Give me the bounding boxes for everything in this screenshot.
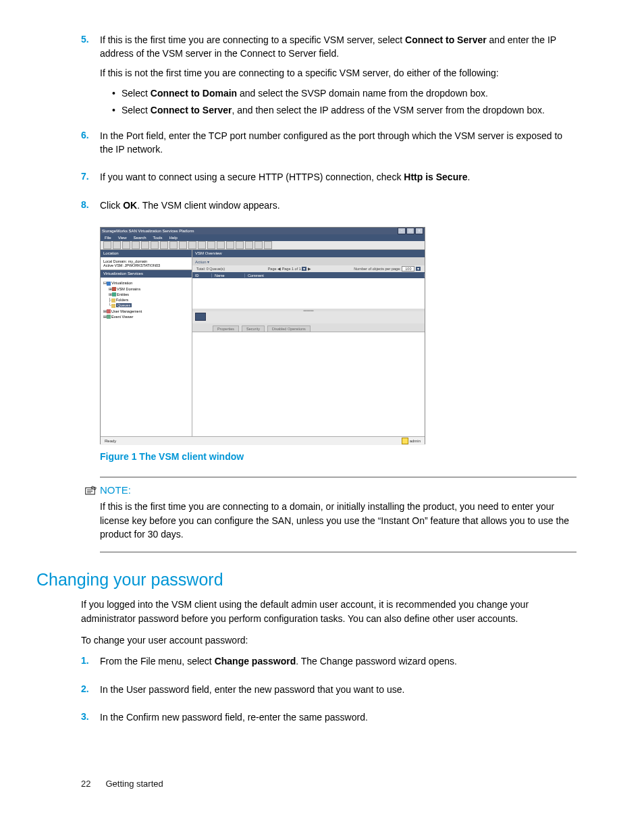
bullet-item: Select Connect to Domain and select the …	[112, 87, 576, 101]
toolbar-icon[interactable]	[122, 241, 130, 249]
chapter-name: Getting started	[105, 779, 163, 789]
step-body: From the File menu, select Change passwo…	[100, 655, 576, 675]
step-number: 7.	[81, 171, 100, 182]
note-block: NOTE: If this is the first time you are …	[100, 477, 576, 552]
note-icon	[85, 486, 97, 495]
toolbar-icon[interactable]	[132, 241, 140, 249]
toolbar-icon[interactable]	[217, 241, 225, 249]
menu-item[interactable]: Tools	[153, 236, 163, 240]
menu-item[interactable]: Search	[134, 236, 146, 240]
menu-item[interactable]: Help	[169, 236, 178, 240]
tree-selected[interactable]: Queues	[116, 303, 132, 307]
menubar[interactable]: FileViewSearchToolsHelp	[101, 234, 425, 241]
step-body: In the Confirm new password field, re-en…	[100, 711, 576, 731]
nav-tree[interactable]: ⊟Virtualization ⊞VSM Domains ⊞Entities ├…	[101, 278, 192, 436]
toolbar-icon[interactable]	[103, 241, 111, 249]
step-body: If you want to connect using a secure HT…	[100, 171, 576, 191]
close-icon[interactable]: x	[415, 228, 423, 234]
maximize-icon[interactable]: □	[406, 228, 414, 234]
note-label: NOTE:	[100, 484, 131, 496]
total-count: Total: 0 Queue(s)	[196, 267, 225, 271]
section-heading: Changing your password	[36, 570, 576, 590]
toolbar[interactable]	[101, 241, 425, 250]
toolbar-icon[interactable]	[198, 241, 206, 249]
toolbar-icon[interactable]	[264, 241, 272, 249]
tab-disabled-ops[interactable]: Disabled Operations	[267, 325, 311, 332]
step-item: 5.If this is the first time you are conn…	[81, 34, 576, 122]
toolbar-icon[interactable]	[236, 241, 244, 249]
minimize-icon[interactable]: -	[398, 228, 406, 234]
detail-body	[192, 332, 425, 436]
location-panel: Local Domain: my_domain Active VSM: JPWO…	[101, 257, 192, 270]
toolbar-icon[interactable]	[254, 241, 263, 249]
menu-item[interactable]: File	[105, 236, 111, 240]
step-list-a: 5.If this is the first time you are conn…	[81, 34, 576, 219]
step-item: 1.From the File menu, select Change pass…	[81, 655, 576, 675]
step-number: 1.	[81, 655, 100, 666]
location-header: Location	[101, 250, 192, 257]
toolbar-icon[interactable]	[179, 241, 187, 249]
step-item: 2.In the User password field, enter the …	[81, 683, 576, 704]
step-body: In the User password field, enter the ne…	[100, 683, 576, 704]
bullet-item: Select Connect to Server, and then selec…	[112, 104, 576, 118]
section-intro: If you logged into the VSM client using …	[81, 598, 576, 625]
window-title: StorageWorks SAN Virtualization Services…	[102, 229, 194, 233]
step-item: 8.Click OK. The VSM client window appear…	[81, 199, 576, 219]
objects-per-page[interactable]: Number of objects per page: 100 ▾	[354, 267, 421, 271]
step-number: 6.	[81, 130, 100, 140]
step-item: 7.If you want to connect using a secure …	[81, 171, 576, 191]
tab-properties[interactable]: Properties	[213, 325, 239, 332]
figure-caption: Figure 1 The VSM client window	[100, 451, 576, 462]
step-item: 3.In the Confirm new password field, re-…	[81, 711, 576, 731]
table-header: ID Name Comment	[192, 272, 425, 278]
step-body: Click OK. The VSM client window appears.	[100, 199, 576, 219]
tab-security[interactable]: Security	[242, 325, 265, 332]
step-body: In the Port field, enter the TCP port nu…	[100, 130, 576, 163]
menu-item[interactable]: View	[118, 236, 127, 240]
toolbar-icon[interactable]	[113, 241, 121, 249]
step-body: If this is the first time you are connec…	[100, 34, 576, 122]
status-user: admin	[410, 439, 421, 443]
step-item: 6.In the Port field, enter the TCP port …	[81, 130, 576, 163]
user-icon	[402, 438, 408, 444]
page-number: 22	[81, 779, 90, 789]
step-number: 2.	[81, 683, 100, 694]
toolbar-icon[interactable]	[141, 241, 149, 249]
vsm-overview-header: VSM Overview	[192, 250, 425, 257]
step-number: 5.	[81, 34, 100, 45]
statusbar: Ready admin	[101, 436, 425, 445]
toolbar-icon[interactable]	[151, 241, 159, 249]
section-lead: To change your user account password:	[81, 633, 576, 647]
step-list-b: 1.From the File menu, select Change pass…	[81, 655, 576, 731]
bullet-list: Select Connect to Domain and select the …	[100, 87, 576, 118]
table-body	[192, 278, 425, 309]
embedded-screenshot: StorageWorks SAN Virtualization Services…	[100, 227, 576, 444]
status-text: Ready	[105, 439, 116, 443]
detail-tool-icon[interactable]	[195, 313, 206, 321]
step-number: 8.	[81, 199, 100, 210]
toolbar-icon[interactable]	[169, 241, 178, 249]
detail-tabs[interactable]: Properties Security Disabled Operations	[192, 323, 425, 332]
step-number: 3.	[81, 711, 100, 722]
action-menu[interactable]: Action ▾	[192, 257, 425, 265]
toolbar-icon[interactable]	[188, 241, 196, 249]
window-titlebar: StorageWorks SAN Virtualization Services…	[101, 228, 425, 234]
toolbar-icon[interactable]	[245, 241, 253, 249]
toolbar-icon[interactable]	[207, 241, 215, 249]
pager[interactable]: Page ◀ Page 1 of 1 ▾ ▶	[268, 267, 311, 271]
page-footer: 22 Getting started	[81, 779, 576, 789]
toolbar-icon[interactable]	[226, 241, 234, 249]
virt-services-header: Virtualization Services	[101, 270, 192, 278]
toolbar-icon[interactable]	[160, 241, 168, 249]
note-text: If this is the first time you are connec…	[100, 500, 576, 541]
